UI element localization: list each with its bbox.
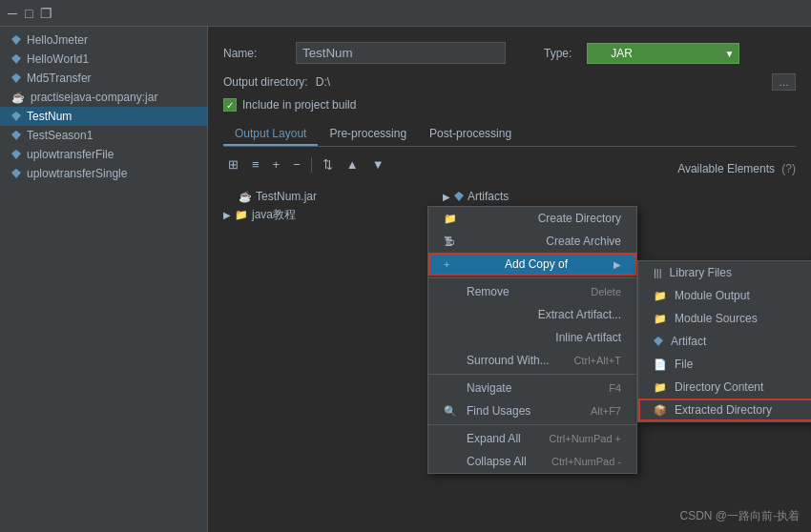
sub-menu-directory-content[interactable]: 📁 Directory Content — [638, 376, 811, 399]
tab-output-layout[interactable]: Output Layout — [223, 123, 318, 146]
tree-arrow-icon: ▶ — [223, 210, 231, 220]
type-select[interactable]: JAR — [587, 43, 739, 64]
sidebar-item-uplowtransferfile[interactable]: uplowtransferFile — [0, 145, 207, 164]
sub-context-menu: ||| Library Files 📁 Module Output 📁 Modu… — [637, 260, 811, 422]
menu-item-label: Extract Artifact... — [538, 308, 621, 321]
sub-menu-module-sources[interactable]: 📁 Module Sources — [638, 307, 811, 330]
available-elements: Available Elements (?) — [677, 162, 796, 175]
tree-item-label: java教程 — [252, 207, 296, 223]
watermark: CSDN @一路向前-执着 — [679, 508, 800, 524]
navigate-shortcut: F4 — [609, 382, 621, 394]
grid-button[interactable]: ≡ — [247, 154, 264, 174]
name-input[interactable] — [296, 42, 506, 64]
down-button[interactable]: ▼ — [367, 154, 389, 174]
sidebar-item-label: uplowtransferSingle — [27, 167, 127, 180]
context-menu-overlay: 📁 Create Directory 🗜 Create Archive + Ad… — [427, 206, 637, 474]
tab-preprocessing[interactable]: Pre-processing — [318, 123, 418, 146]
left-tree: ☕ TestNum.jar ▶ 📁 java教程 — [223, 188, 424, 225]
surround-shortcut: Ctrl+Alt+T — [573, 355, 621, 366]
menu-item-label: Create Archive — [546, 235, 621, 248]
sub-menu-label: File — [675, 358, 693, 371]
gem-icon — [11, 35, 21, 45]
find-usages-shortcut: Alt+F7 — [591, 405, 621, 417]
layout-button[interactable]: ⊞ — [223, 154, 243, 174]
remove-button[interactable]: − — [288, 154, 305, 174]
menu-item-label: Inline Artifact — [555, 331, 621, 344]
menu-item-expand-all[interactable]: Expand All Ctrl+NumPad + — [428, 427, 636, 450]
sub-menu-extracted-directory[interactable]: 📦 Extracted Directory — [638, 399, 811, 421]
sub-menu-module-output[interactable]: 📁 Module Output — [638, 284, 811, 307]
tree-arrow-icon: ▶ — [443, 192, 450, 202]
menu-item-label: Find Usages — [467, 404, 530, 418]
title-bar: ─ □ ❐ — [0, 0, 811, 27]
menu-item-label: Expand All — [467, 432, 521, 445]
jar-file-icon: ☕ — [239, 191, 252, 203]
type-label: Type: — [544, 47, 572, 60]
sidebar-item-md5transfer[interactable]: Md5Transfer — [0, 69, 207, 88]
type-select-wrapper: JAR — [587, 43, 739, 64]
sidebar-item-label: TestNum — [27, 110, 72, 123]
output-dir-browse-button[interactable]: … — [772, 73, 796, 91]
sidebar-item-label: practisejava-company:jar — [31, 91, 157, 104]
menu-item-add-copy-of[interactable]: + Add Copy of ▶ — [428, 253, 636, 276]
tree-item-label: TestNum.jar — [256, 190, 317, 203]
sub-menu-library-files[interactable]: ||| Library Files — [638, 261, 811, 284]
sidebar-item-uplowtransfersingle[interactable]: uplowtransferSingle — [0, 164, 207, 183]
menu-item-find-usages[interactable]: 🔍 Find Usages Alt+F7 — [428, 399, 636, 422]
right-tree-artifacts: ▶ Artifacts — [443, 188, 796, 205]
sub-menu-label: Extracted Directory — [675, 403, 772, 417]
menu-item-label: Surround With... — [467, 354, 550, 367]
menu-item-inline-artifact[interactable]: Inline Artifact — [428, 326, 636, 349]
menu-item-create-directory[interactable]: 📁 Create Directory — [428, 207, 636, 230]
menu-item-label: Remove — [467, 285, 509, 298]
tree-item-java-folder: ▶ 📁 java教程 — [223, 205, 424, 225]
sidebar-item-testseason1[interactable]: TestSeason1 — [0, 126, 207, 145]
watermark-text: CSDN @一路向前-执着 — [679, 509, 800, 522]
tabs-row: Output Layout Pre-processing Post-proces… — [223, 123, 796, 147]
up-button[interactable]: ▲ — [342, 154, 364, 174]
module-sources-icon: 📁 — [654, 313, 667, 325]
sidebar-item-label: HelloWorld1 — [27, 52, 89, 66]
toolbar-separator — [311, 157, 312, 173]
sub-menu-label: Artifact — [671, 335, 706, 348]
minimize-icon[interactable]: ─ — [8, 6, 17, 21]
menu-item-extract-artifact[interactable]: Extract Artifact... — [428, 303, 636, 326]
tab-postprocessing[interactable]: Post-processing — [418, 123, 523, 146]
menu-item-remove[interactable]: Remove Delete — [428, 280, 636, 303]
gem-icon — [11, 131, 21, 140]
menu-item-navigate[interactable]: Navigate F4 — [428, 377, 636, 399]
include-checkbox[interactable]: ✓ — [223, 98, 237, 112]
sub-menu-artifact[interactable]: Artifact — [638, 330, 811, 353]
sidebar-item-helloworld1[interactable]: HelloWorld1 — [0, 50, 207, 69]
sidebar-item-label: uplowtransferFile — [27, 148, 114, 161]
library-files-icon: ||| — [654, 267, 662, 278]
available-elements-help-icon: (?) — [781, 162, 796, 175]
sidebar: HelloJmeter HelloWorld1 Md5Transfer ☕ pr… — [0, 27, 208, 532]
sidebar-item-label: HelloJmeter — [27, 33, 88, 47]
sidebar-item-hellojmeter[interactable]: HelloJmeter — [0, 31, 207, 50]
sort-button[interactable]: ⇅ — [318, 154, 338, 174]
file-icon: 📄 — [654, 358, 667, 371]
collapse-shortcut: Ctrl+NumPad - — [551, 456, 621, 467]
maximize-icon[interactable]: □ — [25, 6, 32, 21]
menu-item-surround-with[interactable]: Surround With... Ctrl+Alt+T — [428, 349, 636, 372]
menu-item-label: Collapse All — [467, 455, 527, 468]
module-output-icon: 📁 — [654, 290, 667, 302]
menu-item-label: Navigate — [467, 381, 511, 395]
context-menu: 📁 Create Directory 🗜 Create Archive + Ad… — [427, 206, 637, 474]
menu-item-collapse-all[interactable]: Collapse All Ctrl+NumPad - — [428, 450, 636, 473]
remove-shortcut: Delete — [591, 286, 621, 297]
copy-icon[interactable]: ❐ — [40, 6, 52, 21]
find-usages-icon: 🔍 — [444, 405, 459, 418]
expand-shortcut: Ctrl+NumPad + — [549, 433, 621, 444]
menu-item-label: Add Copy of — [505, 257, 568, 271]
sub-menu-label: Module Output — [675, 289, 750, 302]
create-dir-icon: 📁 — [444, 213, 459, 225]
menu-item-create-archive[interactable]: 🗜 Create Archive — [428, 230, 636, 253]
gem-icon — [11, 169, 21, 178]
sub-menu-file[interactable]: 📄 File — [638, 353, 811, 376]
sidebar-item-practisejava[interactable]: ☕ practisejava-company:jar — [0, 88, 207, 107]
add-button[interactable]: + — [268, 154, 285, 174]
sub-menu-label: Module Sources — [675, 312, 758, 325]
sidebar-item-testnum[interactable]: TestNum — [0, 107, 207, 126]
